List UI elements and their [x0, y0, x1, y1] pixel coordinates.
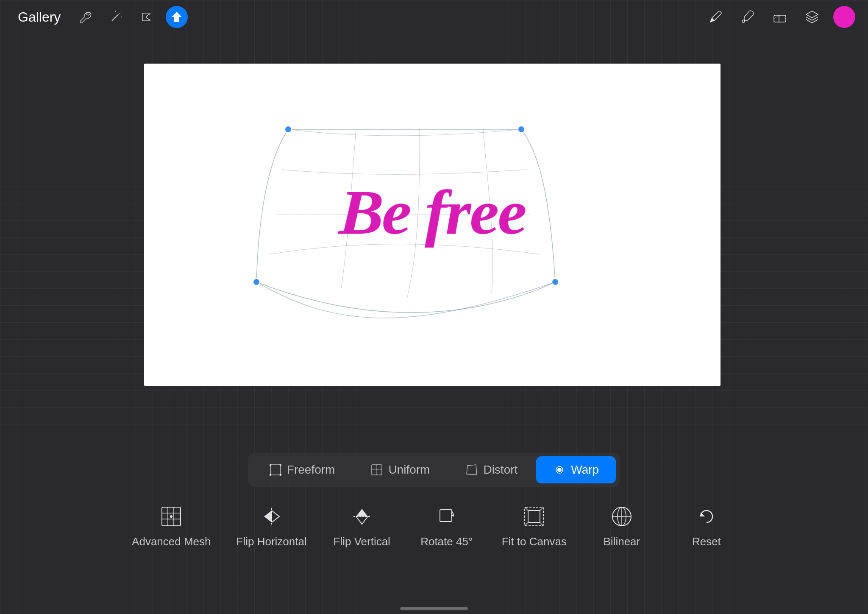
svg-rect-31 [440, 510, 452, 522]
freeform-icon [269, 463, 282, 476]
reset-icon [694, 504, 719, 529]
flip-vertical-icon [349, 504, 375, 529]
freeform-label: Freeform [287, 463, 335, 477]
svg-line-4 [118, 14, 119, 15]
svg-point-14 [270, 464, 272, 466]
svg-line-35 [525, 507, 528, 511]
advanced-mesh-tool[interactable]: Advanced Mesh [132, 504, 211, 548]
warp-mode-button[interactable]: Warp [536, 456, 616, 483]
svg-point-17 [279, 474, 281, 476]
svg-rect-34 [528, 511, 540, 522]
layers-icon [804, 9, 820, 25]
scroll-indicator [400, 607, 468, 610]
svg-rect-13 [270, 465, 281, 475]
uniform-label: Uniform [388, 463, 430, 477]
flip-horizontal-label: Flip Horizontal [236, 535, 307, 548]
wrench-icon [78, 10, 92, 24]
pen-icon [708, 9, 723, 25]
freeform-mode-button[interactable]: Freeform [252, 456, 352, 483]
advanced-mesh-icon [159, 504, 184, 529]
eraser-tool-button[interactable] [769, 6, 791, 28]
gallery-button[interactable]: Gallery [13, 6, 66, 28]
distort-label: Distort [483, 463, 517, 477]
smudge-icon [139, 10, 153, 24]
svg-line-0 [112, 15, 118, 21]
svg-point-16 [270, 474, 272, 476]
flip-vertical-label: Flip Vertical [334, 535, 390, 548]
svg-point-11 [253, 279, 260, 285]
svg-point-21 [557, 468, 562, 472]
svg-line-2 [120, 13, 120, 14]
svg-rect-7 [774, 15, 786, 22]
svg-marker-43 [701, 512, 705, 516]
distort-mode-button[interactable]: Distort [448, 456, 534, 483]
svg-line-6 [744, 20, 745, 20]
tools-row: Advanced Mesh Flip Horizontal [106, 504, 762, 548]
rotate-45-label: Rotate 45° [420, 535, 473, 548]
svg-point-28 [170, 515, 172, 518]
rotate-45-icon [434, 504, 459, 529]
bilinear-icon [609, 504, 634, 529]
svg-point-10 [518, 126, 525, 133]
pen-tool-button[interactable] [704, 6, 726, 28]
flip-horizontal-tool[interactable]: Flip Horizontal [236, 504, 307, 548]
eraser-icon [772, 9, 787, 25]
toolbar-left: Gallery [13, 6, 188, 28]
warp-icon [553, 463, 566, 476]
flip-horizontal-icon [259, 504, 284, 529]
reset-label: Reset [692, 535, 721, 548]
svg-point-9 [285, 126, 292, 133]
magic-wand-button[interactable] [105, 6, 127, 28]
bilinear-tool[interactable]: Bilinear [592, 504, 651, 548]
transform-button[interactable] [166, 6, 188, 28]
rotate-45-tool[interactable]: Rotate 45° [417, 504, 476, 548]
magic-wand-icon [108, 10, 123, 24]
eyedropper-tool-button[interactable] [737, 6, 759, 28]
warp-mesh-overlay [144, 64, 721, 386]
svg-line-38 [540, 522, 543, 526]
uniform-mode-button[interactable]: Uniform [353, 456, 447, 483]
flip-vertical-tool[interactable]: Flip Vertical [332, 504, 392, 548]
fit-to-canvas-icon [521, 504, 547, 529]
top-toolbar: Gallery [0, 0, 868, 34]
color-picker-button[interactable] [833, 6, 855, 28]
bottom-toolbar: Freeform Uniform Distort [0, 453, 868, 614]
fit-to-canvas-label: Fit to Canvas [502, 535, 567, 548]
advanced-mesh-label: Advanced Mesh [132, 535, 211, 548]
eyedropper-icon [740, 9, 755, 25]
wrench-button[interactable] [74, 6, 96, 28]
reset-tool[interactable]: Reset [677, 504, 736, 548]
canvas-area: Be free [68, 34, 797, 416]
canvas-white: Be free [144, 64, 721, 386]
fit-to-canvas-tool[interactable]: Fit to Canvas [502, 504, 567, 548]
smudge-button[interactable] [135, 6, 157, 28]
svg-point-12 [552, 279, 559, 285]
mode-selector: Freeform Uniform Distort [248, 453, 620, 487]
layers-tool-button[interactable] [801, 6, 823, 28]
toolbar-right [704, 6, 855, 28]
svg-line-36 [540, 507, 543, 511]
svg-point-15 [279, 464, 281, 466]
uniform-icon [370, 463, 383, 476]
distort-icon [465, 463, 478, 476]
warp-label: Warp [571, 463, 599, 477]
svg-line-37 [525, 522, 528, 526]
arrow-icon [170, 10, 184, 24]
bilinear-label: Bilinear [604, 535, 640, 548]
